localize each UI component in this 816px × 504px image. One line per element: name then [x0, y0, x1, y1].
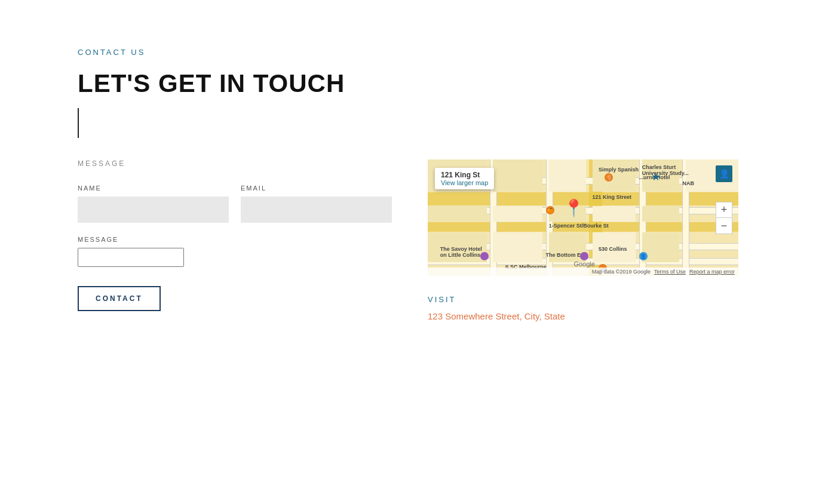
contact-us-label: CONTACT US — [78, 48, 738, 57]
map-block-7 — [428, 206, 487, 222]
name-group: NAME — [78, 185, 229, 223]
map-visit-column: 1-Spencer St/Bourke St 121 King Street T… — [428, 159, 738, 321]
email-label: EMAIL — [241, 185, 392, 192]
email-group: EMAIL — [241, 185, 392, 223]
view-larger-link[interactable]: View larger map — [441, 179, 488, 186]
map-report-link[interactable]: Report a map error — [689, 269, 735, 275]
visit-address: 123 Somewhere Street, City, State — [428, 311, 738, 321]
street-label-savoy: The Savoy Hotelon Little Collins... — [440, 246, 485, 258]
map-poi-2: 🍊 — [546, 206, 554, 214]
map-address-text: 121 King St — [441, 171, 480, 179]
map-block-2 — [493, 159, 542, 192]
map-block-10 — [593, 206, 636, 222]
map-terms-link[interactable]: Terms of Use — [654, 269, 686, 275]
email-input[interactable] — [241, 196, 392, 223]
contact-submit-button[interactable]: CONTACT — [78, 286, 161, 311]
map-block-3 — [549, 159, 586, 192]
map-inner: 1-Spencer St/Bourke St 121 King Street T… — [428, 159, 738, 276]
map-user-icon: 👤 — [716, 165, 732, 182]
message-label: MESSAGE — [78, 236, 392, 243]
map-popup: 121 King St View larger map — [435, 168, 494, 189]
map-zoom-in-button[interactable]: + — [716, 202, 732, 218]
message-section-label: MESSAGE — [78, 159, 392, 168]
map-container: 1-Spencer St/Bourke St 121 King Street T… — [428, 159, 738, 276]
two-col-layout: MESSAGE NAME EMAIL MESSAGE — [78, 159, 738, 321]
map-block-8 — [493, 206, 542, 222]
name-input[interactable] — [78, 196, 229, 223]
map-block-13 — [493, 232, 542, 262]
street-label-charles: Charles SturtUniversity Study... — [642, 164, 689, 176]
vertical-divider — [78, 108, 79, 138]
map-poi-4 — [580, 252, 588, 260]
map-footer: Map data ©2019 Google Terms of Use Repor… — [428, 268, 738, 276]
street-label-530: 530 Collins — [599, 246, 627, 252]
map-block-16 — [642, 232, 679, 262]
map-google-logo: Google — [573, 260, 594, 268]
page-container: CONTACT US LET'S GET IN TOUCH MESSAGE NA… — [0, 0, 816, 369]
name-email-row: NAME EMAIL — [78, 185, 392, 223]
map-pin-icon: 📍 — [563, 200, 584, 217]
map-data-text: Map data ©2019 Google — [592, 269, 651, 275]
message-group: MESSAGE — [78, 236, 392, 269]
visit-section-label: VISIT — [428, 295, 738, 304]
map-zoom-out-button[interactable]: − — [716, 218, 732, 233]
street-label-simply: Simply Spanish — [599, 167, 639, 173]
visit-section: VISIT 123 Somewhere Street, City, State — [428, 295, 738, 321]
street-label-2: 121 King Street — [593, 194, 632, 200]
page-title: LET'S GET IN TOUCH — [78, 70, 738, 97]
street-label-1: 1-Spencer St/Bourke St — [549, 223, 609, 229]
name-label: NAME — [78, 185, 229, 192]
map-poi-5: 👤 — [639, 252, 648, 260]
textarea-wrap — [78, 248, 392, 269]
map-block-11 — [642, 206, 679, 222]
message-textarea[interactable] — [78, 248, 184, 267]
map-block-4 — [593, 159, 636, 192]
form-column: MESSAGE NAME EMAIL MESSAGE — [78, 159, 392, 311]
map-zoom-controls: + − — [716, 202, 732, 234]
map-star-icon: ★ — [651, 170, 661, 183]
street-label-nab: NAB — [682, 180, 694, 186]
